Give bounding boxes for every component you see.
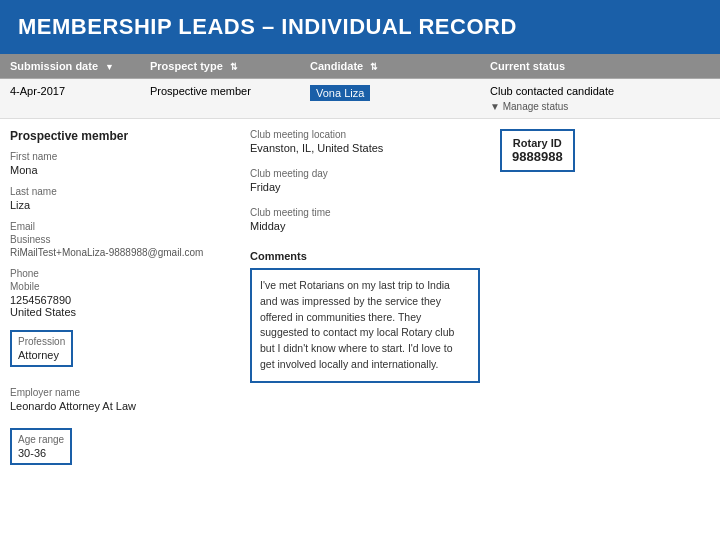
comments-title: Comments bbox=[250, 250, 480, 262]
comments-section: Comments I've met Rotarians on my last t… bbox=[250, 250, 480, 383]
submission-date-cell: 4-Apr-2017 bbox=[10, 85, 150, 97]
rotary-id-label: Rotary ID bbox=[512, 137, 563, 149]
email-value: RiMailTest+MonaLiza-9888988@gmail.com bbox=[10, 247, 230, 258]
col-candidate[interactable]: Candidate ⇅ bbox=[310, 60, 490, 72]
age-range-label: Age range bbox=[18, 434, 64, 445]
comments-text: I've met Rotarians on my last trip to In… bbox=[260, 279, 454, 370]
profession-field: Profession Attorney bbox=[10, 330, 73, 367]
col-submission-date[interactable]: Submission date ▼ bbox=[10, 60, 150, 72]
meeting-day-value: Friday bbox=[250, 181, 480, 193]
comments-box: I've met Rotarians on my last trip to In… bbox=[250, 268, 480, 383]
page-header: MEMBERSHIP LEADS – INDIVIDUAL RECORD bbox=[0, 0, 720, 54]
email-type: Business bbox=[10, 234, 230, 245]
col-current-status: Current status bbox=[490, 60, 710, 72]
main-content: Prospective member First name Mona Last … bbox=[0, 119, 720, 475]
phone-country: United States bbox=[10, 306, 230, 318]
age-range-value: 30-36 bbox=[18, 447, 64, 459]
employer-label: Employer name bbox=[10, 387, 230, 398]
employer-field: Employer name Leonardo Attorney At Law bbox=[10, 387, 230, 412]
phone-field: Phone Mobile 1254567890 United States bbox=[10, 268, 230, 318]
candidate-cell: Vona Liza bbox=[310, 85, 490, 101]
right-column: Rotary ID 9888988 bbox=[500, 129, 710, 475]
meeting-time-label: Club meeting time bbox=[250, 207, 480, 218]
meeting-day-label: Club meeting day bbox=[250, 168, 480, 179]
middle-column: Club meeting location Evanston, IL, Unit… bbox=[250, 129, 480, 475]
profession-value: Attorney bbox=[18, 349, 65, 361]
first-name-field: First name Mona bbox=[10, 151, 230, 176]
col-prospect-type[interactable]: Prospect type ⇅ bbox=[150, 60, 310, 72]
first-name-label: First name bbox=[10, 151, 230, 162]
email-field: Email Business RiMailTest+MonaLiza-98889… bbox=[10, 221, 230, 258]
first-name-value: Mona bbox=[10, 164, 230, 176]
meeting-day-field: Club meeting day Friday bbox=[250, 168, 480, 193]
current-status-text: Club contacted candidate bbox=[490, 85, 710, 97]
meeting-location-value: Evanston, IL, United States bbox=[250, 142, 480, 154]
phone-label: Phone bbox=[10, 268, 230, 279]
sort-icon-prospect: ⇅ bbox=[230, 62, 238, 72]
status-cell: Club contacted candidate ▼ Manage status bbox=[490, 85, 710, 112]
meeting-time-field: Club meeting time Midday bbox=[250, 207, 480, 232]
phone-type: Mobile bbox=[10, 281, 230, 292]
age-range-field: Age range 30-36 bbox=[10, 428, 72, 465]
employer-value: Leonardo Attorney At Law bbox=[10, 400, 230, 412]
left-column: Prospective member First name Mona Last … bbox=[10, 129, 230, 475]
profession-label: Profession bbox=[18, 336, 65, 347]
section-title: Prospective member bbox=[10, 129, 230, 143]
phone-number: 1254567890 bbox=[10, 294, 230, 306]
candidate-name: Vona Liza bbox=[316, 87, 364, 99]
meeting-time-value: Midday bbox=[250, 220, 480, 232]
meeting-location-field: Club meeting location Evanston, IL, Unit… bbox=[250, 129, 480, 154]
sort-icon: ▼ bbox=[105, 62, 114, 72]
email-label: Email bbox=[10, 221, 230, 232]
manage-status-link[interactable]: ▼ Manage status bbox=[490, 101, 710, 112]
table-header: Submission date ▼ Prospect type ⇅ Candid… bbox=[0, 54, 720, 79]
last-name-field: Last name Liza bbox=[10, 186, 230, 211]
sort-icon-candidate: ⇅ bbox=[370, 62, 378, 72]
page-title: MEMBERSHIP LEADS – INDIVIDUAL RECORD bbox=[18, 14, 517, 39]
candidate-badge[interactable]: Vona Liza bbox=[310, 85, 370, 101]
prospect-type-cell: Prospective member bbox=[150, 85, 310, 97]
last-name-label: Last name bbox=[10, 186, 230, 197]
rotary-id-value: 9888988 bbox=[512, 149, 563, 164]
table-row: 4-Apr-2017 Prospective member Vona Liza … bbox=[0, 79, 720, 119]
last-name-value: Liza bbox=[10, 199, 230, 211]
rotary-id-box: Rotary ID 9888988 bbox=[500, 129, 575, 172]
meeting-location-label: Club meeting location bbox=[250, 129, 480, 140]
